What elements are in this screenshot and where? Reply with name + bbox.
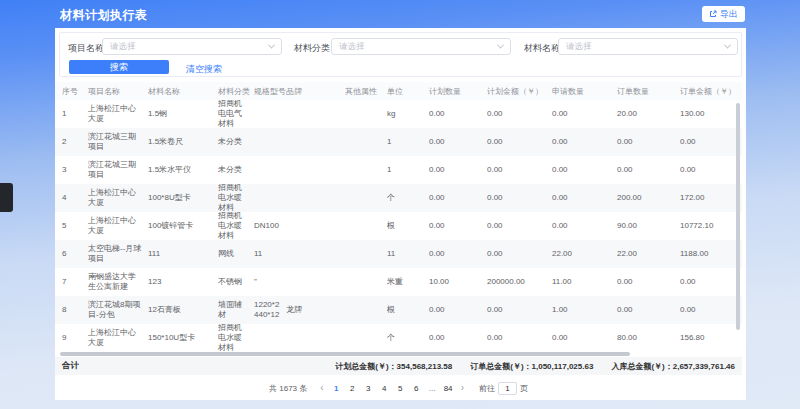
table-cell: 1.00 xyxy=(552,296,617,324)
table-cell: 9 xyxy=(62,324,88,352)
column-header: 材料分类 xyxy=(218,82,254,100)
vertical-scrollbar[interactable] xyxy=(736,103,740,330)
side-drawer-handle[interactable] xyxy=(0,183,13,212)
table-cell xyxy=(345,324,387,352)
material-category-placeholder: 请选择 xyxy=(339,41,365,53)
table-cell: 0.00 xyxy=(552,100,617,128)
table-cell: 0.00 xyxy=(487,128,552,156)
table-cell: 123 xyxy=(148,268,218,296)
table-cell xyxy=(286,268,345,296)
table-cell: 150*10U型卡 xyxy=(148,324,218,352)
table-cell: 22.00 xyxy=(617,240,680,268)
table-cell xyxy=(254,128,286,156)
table-row[interactable]: 4上海松江中心大厦100*8U型卡招商机电水暖材料个0.000.000.0020… xyxy=(55,184,742,212)
table-cell xyxy=(286,184,345,212)
material-name-placeholder: 请选择 xyxy=(566,41,592,53)
table-cell: 0.00 xyxy=(487,184,552,212)
export-icon xyxy=(709,10,717,18)
project-name-select[interactable]: 请选择 xyxy=(102,38,282,55)
table-cell: 1 xyxy=(387,128,429,156)
table-cell: 1220*2440*12 xyxy=(254,296,286,324)
filter-label-material-name: 材料名称 xyxy=(524,42,560,55)
table-row[interactable]: 8滨江花城8期项目-分包12石膏板墙面辅材1220*2440*12龙牌根0.00… xyxy=(55,296,742,324)
table-cell: 0.00 xyxy=(487,296,552,324)
page-button[interactable]: 1 xyxy=(331,384,342,393)
table-cell: 未分类 xyxy=(218,128,254,156)
table-cell: 南钢盛达大学生公寓新建 xyxy=(88,268,148,296)
table-cell: 4 xyxy=(62,184,88,212)
table-row[interactable]: 1上海松江中心大厦1.5钢招商机电电气材料kg0.000.000.0020.00… xyxy=(55,100,742,128)
table-cell: 0.00 xyxy=(429,184,487,212)
table-cell xyxy=(345,240,387,268)
summary-item-label: 入库总金额(￥)： xyxy=(611,361,672,372)
table-row[interactable]: 6太空电梯--月球项目111网线11110.000.0022.0022.0011… xyxy=(55,240,742,268)
table-cell: 156.80 xyxy=(680,324,742,352)
column-header: 品牌 xyxy=(286,82,345,100)
page-button[interactable]: 5 xyxy=(395,384,406,393)
table-cell: 根 xyxy=(387,212,429,240)
goto-page-input[interactable] xyxy=(498,382,517,395)
table-cell: 0.00 xyxy=(552,324,617,352)
table-cell: 滨江花城三期项目 xyxy=(88,128,148,156)
table-cell: 1 xyxy=(62,100,88,128)
table-cell: 上海松江中心大厦 xyxy=(88,212,148,240)
table-cell: 0.00 xyxy=(680,268,742,296)
table-cell: 上海松江中心大厦 xyxy=(88,100,148,128)
column-header: 项目名称 xyxy=(88,82,148,100)
table-cell: 1.5米水平仪 xyxy=(148,156,218,184)
table-header: 序号项目名称材料名称材料分类规格型号品牌其他属性单位计划数量计划金额（￥）申请数… xyxy=(55,82,742,100)
page-button[interactable]: 2 xyxy=(347,384,358,393)
table-cell xyxy=(286,212,345,240)
page-button[interactable]: 3 xyxy=(363,384,374,393)
material-category-select[interactable]: 请选择 xyxy=(331,38,511,55)
goto-suffix: 页 xyxy=(520,383,528,394)
chevron-down-icon xyxy=(268,42,275,49)
material-name-select[interactable]: 请选择 xyxy=(558,38,738,55)
column-header: 单位 xyxy=(387,82,429,100)
table-row[interactable]: 7南钢盛达大学生公寓新建123不锈钢"米重10.00200000.0011.00… xyxy=(55,268,742,296)
table-row[interactable]: 2滨江花城三期项目1.5米卷尺未分类10.000.000.000.000.00 xyxy=(55,128,742,156)
table-cell: 墙面辅材 xyxy=(218,296,254,324)
prev-page-icon[interactable]: ‹ xyxy=(318,384,325,392)
table-cell: 个 xyxy=(387,324,429,352)
table-cell: 200.00 xyxy=(617,184,680,212)
table-cell: 0.00 xyxy=(552,128,617,156)
table-cell: 米重 xyxy=(387,268,429,296)
table-cell: 招商机电水暖材料 xyxy=(218,184,254,212)
table-cell: 0.00 xyxy=(429,240,487,268)
search-button[interactable]: 搜索 xyxy=(69,60,169,74)
page-button[interactable]: 84 xyxy=(443,384,454,393)
table-cell: kg xyxy=(387,100,429,128)
table-row[interactable]: 3滨江花城三期项目1.5米水平仪未分类10.000.000.000.000.00 xyxy=(55,156,742,184)
page-button[interactable]: 6 xyxy=(411,384,422,393)
page-ellipsis: ... xyxy=(427,384,438,393)
table-cell: 招商机电水暖材料 xyxy=(218,212,254,240)
table-cell: 111 xyxy=(148,240,218,268)
page-button[interactable]: 4 xyxy=(379,384,390,393)
chevron-down-icon xyxy=(724,42,731,49)
column-header: 计划数量 xyxy=(429,82,487,100)
table-row[interactable]: 5上海松江中心大厦100镀锌管卡招商机电水暖材料DN100根0.000.000.… xyxy=(55,212,742,240)
table-cell xyxy=(286,128,345,156)
horizontal-scrollbar[interactable] xyxy=(60,352,630,356)
table-body: 1上海松江中心大厦1.5钢招商机电电气材料kg0.000.000.0020.00… xyxy=(55,100,742,352)
table-cell: 0.00 xyxy=(617,156,680,184)
page-list: 123456...84 xyxy=(331,384,454,393)
column-header: 订单数量 xyxy=(617,82,680,100)
table-cell: 0.00 xyxy=(429,156,487,184)
table-cell: 0.00 xyxy=(487,240,552,268)
table-cell xyxy=(254,100,286,128)
table-row[interactable]: 9上海松江中心大厦150*10U型卡招商机电水暖材料个0.000.000.008… xyxy=(55,324,742,352)
clear-search-link[interactable]: 清空搜索 xyxy=(186,63,222,76)
export-button[interactable]: 导出 xyxy=(702,6,745,22)
table-cell: 滨江花城8期项目-分包 xyxy=(88,296,148,324)
table-cell: 1.5米卷尺 xyxy=(148,128,218,156)
next-page-icon[interactable]: › xyxy=(459,384,466,392)
goto-page: 前往 页 xyxy=(479,382,528,395)
table-cell: 0.00 xyxy=(487,324,552,352)
table-cell: 上海松江中心大厦 xyxy=(88,324,148,352)
table-cell xyxy=(254,324,286,352)
table-cell: 不锈钢 xyxy=(218,268,254,296)
table-cell xyxy=(345,184,387,212)
filter-label-material-category: 材料分类 xyxy=(294,42,330,55)
